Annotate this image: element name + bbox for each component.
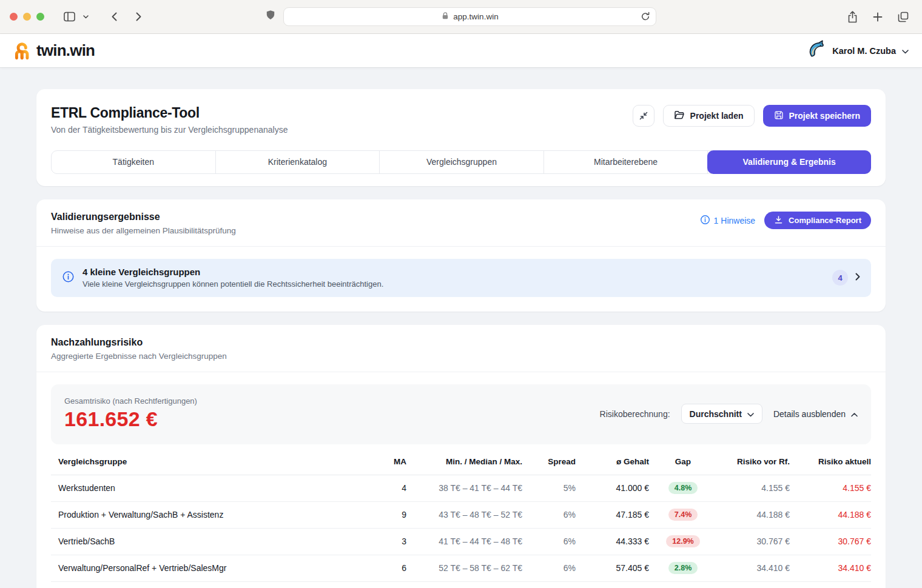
risk-calc-selected: Durchschnitt — [690, 409, 742, 419]
cell-ma: 6 — [359, 555, 406, 582]
compliance-report-label: Compliance-Report — [789, 216, 861, 225]
gap-badge: 2.8% — [668, 562, 698, 574]
zoom-window-button[interactable] — [36, 13, 44, 21]
tool-card: ETRL Compliance-Tool Von der Tätigkeitsb… — [36, 89, 886, 186]
hints-link[interactable]: 1 Hinweise — [700, 215, 755, 227]
cell-spread: 4% — [522, 582, 576, 588]
validation-title: Validierungsergebnisse — [51, 212, 236, 222]
cell-risk-current: 4.155 € — [790, 475, 871, 502]
collapse-button[interactable] — [633, 105, 654, 127]
url-bar[interactable]: app.twin.win — [283, 7, 656, 26]
info-icon — [700, 215, 710, 227]
compliance-report-button[interactable]: Compliance-Report — [764, 212, 871, 229]
column-header: Vergleichsgruppe — [51, 448, 359, 475]
risk-subtitle: Aggregierte Ergebnisse nach Vergleichsgr… — [51, 352, 227, 361]
load-project-button[interactable]: Projekt laden — [663, 105, 755, 127]
new-tab-icon[interactable] — [869, 8, 887, 26]
cell-gap: 4.6% — [649, 582, 717, 588]
cell-range: 41 T€ – 44 T€ – 48 T€ — [406, 529, 522, 555]
cell-avg: 41.000 € — [576, 475, 649, 502]
user-name: Karol M. Czuba — [832, 46, 896, 56]
close-window-button[interactable] — [10, 13, 18, 21]
banner-description: Viele kleine Vergleichsgruppen können po… — [82, 279, 383, 289]
brand-logo-icon — [13, 39, 32, 63]
risk-calc-label: Risikoberechnung: — [600, 409, 670, 419]
page-subtitle: Von der Tätigkeitsbewertung bis zur Verg… — [51, 125, 288, 135]
brand-name: twin.win — [36, 41, 95, 60]
tab-mitarbeiterebene[interactable]: Mitarbeiterebene — [544, 151, 708, 173]
sidebar-chevron-down-icon[interactable] — [81, 8, 90, 26]
cell-ma: 9 — [359, 502, 406, 529]
user-chevron-down-icon — [902, 45, 909, 56]
cell-range: 43 T€ – 48 T€ – 52 T€ — [406, 502, 522, 529]
risk-titles: Nachzahlungsrisiko Aggregierte Ergebniss… — [51, 337, 227, 361]
tool-titles: ETRL Compliance-Tool Von der Tätigkeitsb… — [51, 105, 288, 135]
validation-hint-banner[interactable]: 4 kleine Vergleichsgruppen Viele kleine … — [51, 259, 871, 297]
refresh-icon[interactable] — [640, 11, 651, 24]
privacy-shield-icon[interactable] — [266, 10, 275, 24]
table-row: Werkstudenten438 T€ – 41 T€ – 44 T€5%41.… — [51, 475, 871, 502]
gap-badge: 4.8% — [668, 482, 698, 494]
table-row: Vertrieb/SachB341 T€ – 44 T€ – 48 T€6%44… — [51, 529, 871, 555]
tab-taetigkeiten[interactable]: Tätigkeiten — [52, 151, 216, 173]
cell-risk-current: 13.752 € — [790, 582, 871, 588]
table-row: IT Devs362 T€ – 64 T€ – 68 T€4%64.667 €4… — [51, 582, 871, 588]
user-menu[interactable]: Karol M. Czuba — [805, 39, 909, 62]
minimize-window-button[interactable] — [23, 13, 31, 21]
banner-title: 4 kleine Vergleichsgruppen — [82, 267, 383, 277]
column-header: Risiko aktuell — [790, 448, 871, 475]
load-project-label: Projekt laden — [690, 111, 744, 121]
cell-group: Werkstudenten — [51, 475, 359, 502]
page-title: ETRL Compliance-Tool — [51, 105, 288, 121]
risk-calc-select[interactable]: Durchschnitt — [681, 404, 762, 424]
tab-validierung-ergebnis[interactable]: Validierung & Ergebnis — [707, 150, 871, 174]
table-row: Produktion + Verwaltung/SachB + Assisten… — [51, 502, 871, 529]
cell-ma: 3 — [359, 529, 406, 555]
cell-risk-current: 44.188 € — [790, 502, 871, 529]
table-row: Verwaltung/PersonalRef + Vertrieb/SalesM… — [51, 555, 871, 582]
column-header: Gap — [649, 448, 717, 475]
cell-avg: 44.333 € — [576, 529, 649, 555]
sidebar-icon[interactable] — [60, 8, 78, 26]
cell-group: Produktion + Verwaltung/SachB + Assisten… — [51, 502, 359, 529]
tab-kriterienkatalog[interactable]: Kriterienkatalog — [216, 151, 380, 173]
cell-avg: 57.405 € — [576, 555, 649, 582]
table-header-row: VergleichsgruppeMAMin. / Median / Max.Sp… — [51, 448, 871, 475]
brand-logo[interactable]: twin.win — [13, 39, 95, 63]
column-header: ø Gehalt — [576, 448, 649, 475]
url-text: app.twin.win — [453, 12, 498, 21]
app-header: twin.win Karol M. Czuba — [0, 34, 922, 67]
column-header: Min. / Median / Max. — [406, 448, 522, 475]
risk-table-wrapper: VergleichsgruppeMAMin. / Median / Max.Sp… — [36, 444, 886, 588]
back-button[interactable] — [105, 8, 123, 26]
cell-range: 38 T€ – 41 T€ – 44 T€ — [406, 475, 522, 502]
risk-card: Nachzahlungsrisiko Aggregierte Ergebniss… — [36, 325, 886, 588]
cell-gap: 2.8% — [649, 555, 717, 582]
table-body: Werkstudenten438 T€ – 41 T€ – 44 T€5%41.… — [51, 475, 871, 588]
save-project-label: Projekt speichern — [789, 111, 861, 121]
total-risk-label: Gesamtrisiko (nach Rechtfertigungen) — [64, 396, 197, 406]
column-header: Spread — [522, 448, 576, 475]
page-content: ETRL Compliance-Tool Von der Tätigkeitsb… — [0, 67, 922, 588]
risk-title: Nachzahlungsrisiko — [51, 337, 227, 348]
banner-chevron-right-icon — [855, 272, 860, 283]
cell-spread: 6% — [522, 529, 576, 555]
gap-badge: 7.4% — [668, 509, 698, 521]
validation-card: Validierungsergebnisse Hinweise aus der … — [36, 199, 886, 312]
validation-titles: Validierungsergebnisse Hinweise aus der … — [51, 212, 236, 235]
avatar — [805, 39, 826, 62]
gap-badge: 12.9% — [666, 535, 699, 547]
save-project-button[interactable]: Projekt speichern — [763, 105, 872, 127]
cell-range: 52 T€ – 58 T€ – 62 T€ — [406, 555, 522, 582]
tab-overview-icon[interactable] — [894, 8, 912, 26]
forward-button[interactable] — [129, 8, 147, 26]
cell-range: 62 T€ – 64 T€ – 68 T€ — [406, 582, 522, 588]
select-chevron-down-icon — [747, 409, 754, 419]
divider — [36, 246, 886, 247]
details-toggle[interactable]: Details ausblenden — [773, 409, 858, 419]
tab-vergleichsgruppen[interactable]: Vergleichsgruppen — [380, 151, 544, 173]
total-risk-panel: Gesamtrisiko (nach Rechtfertigungen) 161… — [51, 384, 871, 444]
cell-spread: 6% — [522, 555, 576, 582]
share-icon[interactable] — [843, 8, 861, 26]
cell-risk-before: 34.380 € — [717, 582, 790, 588]
